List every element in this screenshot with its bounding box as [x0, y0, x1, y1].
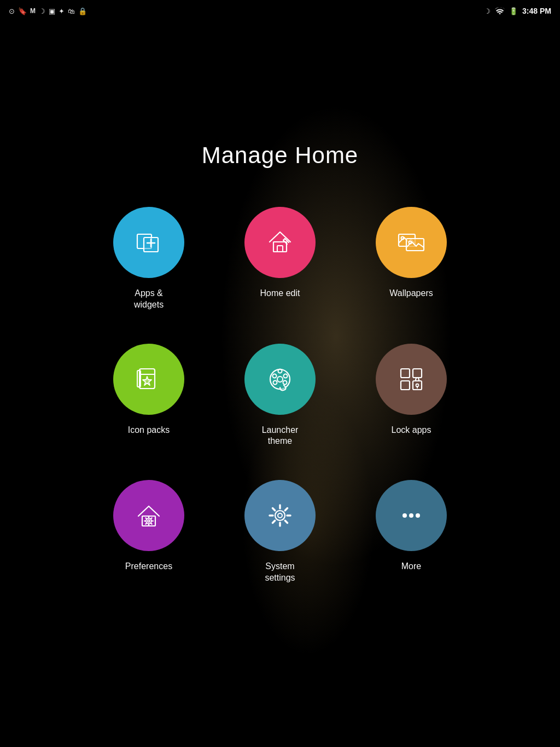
- wallpapers-item[interactable]: Wallpapers: [357, 207, 466, 311]
- svg-point-52: [402, 513, 407, 518]
- status-left-icons: ⊙ 🔖 M ☽ ▣ ✦ 🛍 🔒: [9, 7, 87, 15]
- svg-rect-27: [401, 381, 410, 390]
- time-display: 3:48 PM: [522, 7, 551, 15]
- preferences-label: Preferences: [125, 561, 172, 572]
- icon-packs-label: Icon packs: [128, 425, 170, 436]
- home-edit-label: Home edit: [260, 288, 300, 299]
- wallpapers-circle: [376, 207, 447, 278]
- system-settings-item[interactable]: Systemsettings: [225, 480, 335, 584]
- svg-point-53: [409, 513, 413, 518]
- svg-point-24: [273, 380, 277, 384]
- icon-packs-icon: [133, 363, 165, 395]
- preferences-icon: [133, 500, 165, 531]
- system-settings-circle: [244, 480, 316, 551]
- launcher-theme-label: Launchertheme: [262, 425, 299, 448]
- svg-line-50: [285, 508, 287, 511]
- wallpapers-label: Wallpapers: [389, 288, 433, 299]
- home-edit-circle: [244, 207, 316, 278]
- svg-point-22: [284, 374, 288, 378]
- svg-line-51: [273, 520, 275, 523]
- svg-line-9: [283, 239, 285, 240]
- svg-point-54: [416, 513, 420, 518]
- svg-line-40: [151, 518, 151, 519]
- lock-apps-icon: [395, 363, 427, 395]
- more-icon: [395, 500, 427, 531]
- moon-icon: ☽: [484, 7, 491, 15]
- svg-point-33: [148, 520, 150, 522]
- svg-line-48: [273, 508, 275, 511]
- icon-packs-circle: [113, 344, 184, 415]
- lock-apps-label: Lock apps: [392, 425, 431, 436]
- svg-line-38: [145, 518, 146, 519]
- home-edit-icon: [264, 227, 296, 258]
- icon-packs-item[interactable]: Icon packs: [94, 344, 203, 448]
- clock-icon: ⊙: [9, 7, 15, 15]
- svg-rect-5: [273, 242, 287, 252]
- system-settings-icon: [264, 500, 296, 531]
- launcher-theme-item[interactable]: Launchertheme: [225, 344, 335, 448]
- wifi-icon: [495, 7, 505, 16]
- svg-rect-26: [413, 369, 422, 378]
- page-title: Manage Home: [202, 142, 358, 169]
- status-bar: ⊙ 🔖 M ☽ ▣ ✦ 🛍 🔒 ☽ 🔋 3:48 PM: [0, 0, 560, 22]
- main-content: Manage Home Apps &widgets: [0, 22, 560, 584]
- apps-widgets-label: Apps &widgets: [134, 288, 164, 311]
- launcher-theme-icon: [264, 363, 296, 395]
- svg-point-43: [278, 513, 282, 518]
- launcher-theme-circle: [244, 344, 316, 415]
- svg-rect-6: [277, 246, 283, 252]
- manage-home-grid: Apps &widgets Home edit: [94, 207, 466, 584]
- svg-point-11: [401, 237, 404, 240]
- bookmark-icon: 🔖: [18, 7, 27, 15]
- gallery-icon: ▣: [49, 7, 55, 15]
- more-label: More: [401, 561, 421, 572]
- more-item[interactable]: More: [357, 480, 466, 584]
- svg-marker-17: [143, 377, 151, 385]
- system-settings-label: Systemsettings: [265, 561, 295, 584]
- svg-line-41: [145, 523, 146, 524]
- apps-widgets-icon: [133, 227, 165, 258]
- magic-icon: ✦: [59, 7, 65, 15]
- svg-line-39: [151, 523, 151, 524]
- battery-icon: 🔋: [509, 7, 518, 15]
- gmail-icon: M: [30, 7, 36, 15]
- wallpapers-icon: [395, 227, 427, 258]
- lock-icon: 🔒: [78, 7, 87, 15]
- preferences-item[interactable]: Preferences: [94, 480, 203, 584]
- lock-apps-circle: [376, 344, 447, 415]
- shop-icon: 🛍: [68, 7, 75, 15]
- home-edit-item[interactable]: Home edit: [225, 207, 335, 311]
- svg-point-20: [273, 374, 277, 378]
- apps-widgets-item[interactable]: Apps &widgets: [94, 207, 203, 311]
- svg-line-49: [285, 520, 287, 523]
- svg-point-42: [275, 511, 285, 520]
- more-circle: [376, 480, 447, 551]
- svg-point-19: [277, 377, 283, 382]
- svg-rect-25: [401, 369, 410, 378]
- preferences-circle: [113, 480, 184, 551]
- lock-apps-item[interactable]: Lock apps: [357, 344, 466, 448]
- svg-point-23: [283, 380, 287, 384]
- do-not-disturb-icon: ☽: [39, 7, 45, 15]
- status-right-icons: ☽ 🔋 3:48 PM: [484, 7, 551, 16]
- apps-widgets-circle: [113, 207, 184, 278]
